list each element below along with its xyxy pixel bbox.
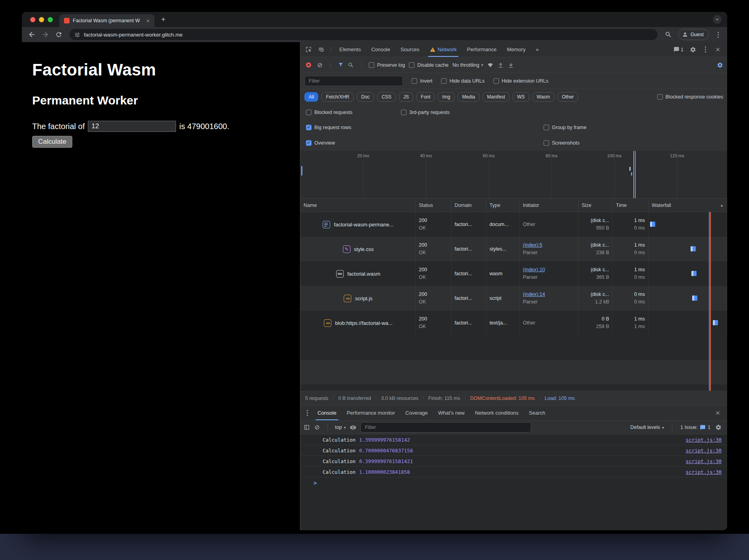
device-toolbar-icon[interactable] bbox=[315, 42, 327, 57]
more-tabs-button[interactable]: » bbox=[531, 42, 544, 57]
chip-wasm[interactable]: Wasm bbox=[532, 92, 555, 102]
new-tab-button[interactable]: + bbox=[159, 15, 168, 24]
tab-elements[interactable]: Elements bbox=[334, 42, 366, 57]
hide-data-urls-checkbox[interactable] bbox=[441, 78, 447, 84]
column-initiator[interactable]: Initiator bbox=[520, 199, 579, 212]
table-row[interactable]: ✎style.css 200OK factori... styles... (i… bbox=[300, 237, 727, 261]
drawer-tab-network-conditions[interactable]: Network conditions bbox=[470, 406, 524, 420]
blocked-response-cookies-checkbox[interactable] bbox=[657, 94, 663, 100]
network-filter-input[interactable] bbox=[304, 76, 403, 86]
table-row[interactable]: factorial-wasm-permane... 200OK factori.… bbox=[300, 212, 727, 237]
clear-network-log-icon[interactable] bbox=[317, 62, 323, 68]
table-row[interactable]: WAfactorial.wasm 200OK factori... wasm (… bbox=[300, 261, 727, 286]
blocked-requests-checkbox[interactable] bbox=[306, 110, 312, 115]
drawer-tab-whats-new[interactable]: What's new bbox=[433, 406, 470, 420]
execution-context-dropdown[interactable]: top ▾ bbox=[335, 425, 346, 430]
tab-performance[interactable]: Performance bbox=[462, 42, 501, 57]
chip-other[interactable]: Other bbox=[557, 92, 578, 102]
issues-counter[interactable]: 1 Issue: 1 bbox=[680, 425, 710, 431]
hide-extension-urls-checkbox[interactable] bbox=[494, 78, 499, 84]
console-prompt[interactable]: > bbox=[300, 477, 727, 488]
tab-sources[interactable]: Sources bbox=[395, 42, 425, 57]
screenshots-checkbox[interactable] bbox=[544, 140, 549, 146]
column-size[interactable]: Size bbox=[579, 199, 613, 212]
table-row[interactable]: <>script.js 200OK factori... script (ind… bbox=[300, 286, 727, 311]
chip-manifest[interactable]: Manifest bbox=[483, 92, 509, 102]
tab-network[interactable]: Network bbox=[425, 42, 462, 57]
throttling-dropdown[interactable]: No throttling ▾ bbox=[453, 62, 483, 68]
devtools-close-icon[interactable] bbox=[711, 46, 724, 52]
column-status[interactable]: Status bbox=[416, 199, 451, 212]
zoom-icon[interactable] bbox=[662, 29, 674, 41]
browser-tab[interactable]: Factorial Wasm (permanent W bbox=[59, 14, 155, 27]
chip-fetch-xhr[interactable]: Fetch/XHR bbox=[321, 92, 354, 102]
network-overview-timeline[interactable]: 20 ms 40 ms 60 ms 80 ms 100 ms 120 ms 14… bbox=[300, 151, 727, 199]
eye-icon[interactable] bbox=[350, 424, 356, 431]
console-source-link[interactable]: script.js:30 bbox=[686, 469, 722, 475]
network-settings-icon[interactable] bbox=[717, 62, 723, 68]
minimize-window-button[interactable] bbox=[39, 17, 44, 22]
chip-ws[interactable]: WS bbox=[513, 92, 529, 102]
url-text[interactable]: factorial-wasm-permanent-worker.glitch.m… bbox=[84, 32, 183, 38]
initiator-link[interactable]: (index):5 bbox=[523, 241, 575, 249]
inspect-element-icon[interactable] bbox=[302, 42, 315, 57]
group-by-frame-checkbox[interactable] bbox=[544, 125, 549, 130]
console-sidebar-icon[interactable] bbox=[304, 424, 310, 431]
console-source-link[interactable]: script.js:30 bbox=[686, 448, 722, 454]
chip-all[interactable]: All bbox=[304, 92, 318, 102]
initiator-link[interactable]: (index):14 bbox=[523, 291, 575, 298]
log-levels-dropdown[interactable]: Default levels ▾ bbox=[630, 425, 664, 430]
factorial-input[interactable] bbox=[88, 121, 176, 132]
drawer-tab-search[interactable]: Search bbox=[524, 406, 550, 420]
column-type[interactable]: Type bbox=[486, 199, 520, 212]
export-har-icon[interactable] bbox=[508, 62, 514, 68]
initiator-link[interactable]: (index):10 bbox=[523, 266, 575, 274]
chip-media[interactable]: Media bbox=[458, 92, 480, 102]
tab-close-icon[interactable] bbox=[144, 17, 151, 24]
chip-js[interactable]: JS bbox=[399, 92, 413, 102]
console-settings-icon[interactable] bbox=[715, 424, 722, 431]
tab-memory[interactable]: Memory bbox=[502, 42, 531, 57]
drawer-tab-console[interactable]: Console bbox=[312, 406, 342, 420]
column-waterfall[interactable]: Waterfall ▲ bbox=[648, 199, 727, 212]
drawer-tab-coverage[interactable]: Coverage bbox=[400, 406, 433, 420]
console-filter-input[interactable] bbox=[360, 422, 531, 433]
network-conditions-icon[interactable] bbox=[487, 62, 494, 68]
drawer-menu-button[interactable] bbox=[302, 408, 312, 418]
forward-button[interactable] bbox=[39, 29, 51, 41]
import-har-icon[interactable] bbox=[497, 62, 504, 68]
column-time[interactable]: Time bbox=[613, 199, 648, 212]
disable-cache-checkbox[interactable] bbox=[409, 62, 414, 68]
issues-counter[interactable]: 1 bbox=[671, 46, 686, 52]
search-icon[interactable] bbox=[348, 62, 354, 68]
invert-checkbox[interactable] bbox=[412, 78, 417, 84]
address-bar[interactable]: factorial-wasm-permanent-worker.glitch.m… bbox=[70, 29, 658, 40]
profile-button[interactable]: Guest bbox=[678, 29, 709, 40]
filter-icon[interactable] bbox=[338, 62, 344, 68]
chip-css[interactable]: CSS bbox=[377, 92, 396, 102]
overview-checkbox[interactable] bbox=[306, 140, 312, 146]
record-network-log-button[interactable] bbox=[306, 62, 311, 68]
chip-img[interactable]: Img bbox=[438, 92, 455, 102]
column-domain[interactable]: Domain bbox=[451, 199, 486, 212]
tab-console[interactable]: Console bbox=[366, 42, 395, 57]
devtools-settings-icon[interactable] bbox=[687, 46, 699, 53]
site-settings-icon[interactable] bbox=[74, 32, 80, 38]
third-party-requests-checkbox[interactable] bbox=[401, 110, 406, 115]
calculate-button[interactable]: Calculate bbox=[32, 136, 72, 148]
clear-console-icon[interactable] bbox=[314, 424, 320, 431]
preserve-log-checkbox[interactable] bbox=[369, 62, 374, 68]
console-source-link[interactable]: script.js:30 bbox=[686, 458, 722, 464]
close-window-button[interactable] bbox=[30, 17, 35, 22]
reload-button[interactable] bbox=[53, 29, 65, 41]
chip-doc[interactable]: Doc bbox=[357, 92, 374, 102]
browser-menu-button[interactable] bbox=[713, 29, 723, 40]
drawer-tab-performance-monitor[interactable]: Performance monitor bbox=[342, 406, 400, 420]
console-source-link[interactable]: script.js:30 bbox=[686, 437, 722, 443]
drawer-close-icon[interactable] bbox=[711, 410, 724, 416]
chip-font[interactable]: Font bbox=[416, 92, 435, 102]
fullscreen-window-button[interactable] bbox=[48, 17, 53, 22]
big-request-rows-checkbox[interactable] bbox=[306, 125, 312, 130]
tab-search-button[interactable] bbox=[713, 15, 722, 24]
table-row[interactable]: <>blob:https://factorial-wa... 200OK fac… bbox=[300, 311, 727, 335]
